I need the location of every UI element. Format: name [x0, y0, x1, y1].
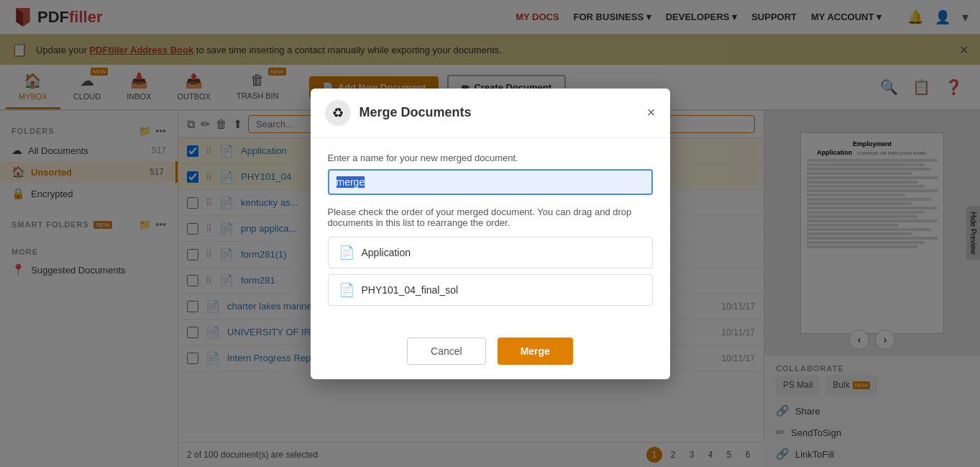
modal-title: Merge Documents — [360, 105, 472, 120]
merge-name-input[interactable] — [328, 169, 653, 195]
merge-icon: ♻ — [332, 105, 344, 121]
modal-doc-name-phy101: PHY101_04_final_sol — [362, 284, 459, 296]
cancel-button[interactable]: Cancel — [407, 337, 486, 365]
modal-footer: Cancel Merge — [311, 326, 670, 379]
modal-close-button[interactable]: × — [647, 104, 656, 121]
modal-pdf-icon-phy101: 📄 — [339, 282, 354, 298]
merge-button[interactable]: Merge — [498, 337, 573, 365]
modal-header: ♻ Merge Documents × — [311, 89, 670, 138]
modal-doc-item-application: 📄 Application — [328, 237, 653, 268]
modal-body: Enter a name for your new merged documen… — [311, 138, 670, 326]
modal-doc-item-phy101: 📄 PHY101_04_final_sol — [328, 274, 653, 306]
modal-doc-name-application: Application — [362, 247, 411, 258]
modal-overlay: ♻ Merge Documents × Enter a name for you… — [0, 0, 980, 467]
modal-sublabel: Please check the order of your merged do… — [328, 207, 653, 228]
modal-name-label: Enter a name for your new merged documen… — [328, 153, 653, 163]
merge-documents-modal: ♻ Merge Documents × Enter a name for you… — [311, 89, 670, 379]
modal-pdf-icon-application: 📄 — [339, 245, 354, 260]
modal-header-icon: ♻ — [325, 100, 351, 126]
